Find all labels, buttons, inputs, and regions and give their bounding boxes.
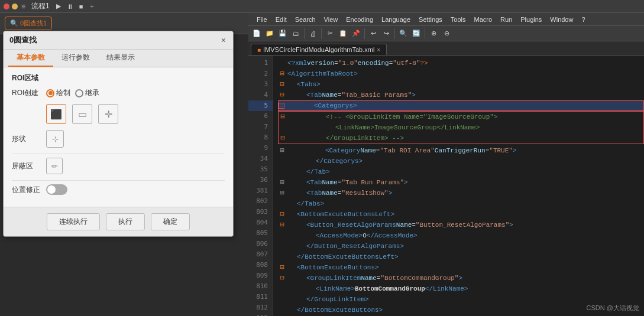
tool-save[interactable]: 💾 (277, 28, 289, 40)
left-panel: 🔍 0圆查找1 0圆查找 × 基本参数 运行参数 结果显示 ROI区域 ROI创… (0, 13, 248, 316)
btn-continuous[interactable]: 连续执行 (47, 213, 100, 230)
tab-close-btn[interactable]: × (377, 47, 380, 53)
radio-inherit[interactable]: 继承 (75, 88, 99, 98)
search-icon: 🔍 (10, 19, 18, 27)
top-toolbar: ≡ 流程1 ▶ ⏸ ■ ＋ (0, 0, 644, 13)
gutter-36: ⊞ (278, 177, 286, 188)
btn-execute[interactable]: 执行 (106, 213, 145, 230)
mask-row: 屏蔽区 ✏ (12, 158, 225, 174)
tool-save-all[interactable]: 🗂 (290, 28, 302, 40)
tab-result-display[interactable]: 结果显示 (98, 50, 143, 67)
line-num-8: 8 (248, 132, 273, 143)
dialog-footer: 连续执行 执行 确定 (4, 207, 233, 236)
tool-print[interactable]: 🖨 (307, 28, 319, 40)
menu-edit[interactable]: Edit (272, 15, 290, 24)
radio-inherit-circle[interactable] (75, 89, 83, 97)
line-num-806: 806 (248, 239, 273, 249)
shape-label: 形状 (12, 134, 41, 144)
right-panel: File Edit Search View Encoding Language … (248, 13, 644, 316)
roi-create-row: ROI创建 绘制 继承 (12, 88, 225, 98)
gutter-2: ⊟ (278, 69, 286, 79)
editor-toolbar: 📄 📁 💾 🗂 🖨 ✂ 📋 📌 ↩ ↪ 🔍 🔄 ⊕ ⊖ (248, 26, 644, 41)
mask-btn[interactable]: ✏ (46, 158, 63, 174)
line-num-34: 34 (248, 154, 273, 164)
code-area[interactable]: 1 2 3 4 5 6 7 8 9 34 35 36 381 802 803 8… (248, 56, 644, 316)
roi-create-radio-group: 绘制 继承 (46, 88, 99, 98)
tool-paste[interactable]: 📌 (350, 28, 362, 40)
radio-draw-circle[interactable] (46, 89, 54, 97)
search-node-btn[interactable]: 🔍 0圆查找1 (5, 17, 52, 30)
code-line-8: ⊟ </GroupLinkItem> --> (279, 133, 643, 144)
gutter-5: □ (279, 103, 284, 109)
dialog-tabs: 基本参数 运行参数 结果显示 (4, 50, 233, 67)
tab-basic-params[interactable]: 基本参数 (8, 50, 53, 67)
menu-run[interactable]: Run (497, 15, 516, 24)
divider-2 (12, 180, 225, 181)
menu-encoding[interactable]: Encoding (342, 15, 377, 24)
tool-open[interactable]: 📁 (264, 28, 276, 40)
shape-network-btn[interactable]: ⊹ (46, 130, 64, 148)
tool-zoom-in[interactable]: ⊕ (428, 28, 439, 40)
add-btn[interactable]: ＋ (87, 1, 97, 11)
position-toggle[interactable] (46, 184, 67, 195)
line-num-812: 812 (248, 302, 273, 313)
sep-3 (364, 28, 365, 39)
dialog-body: ROI区域 ROI创建 绘制 继承 ⬛ (4, 67, 233, 207)
tool-cut[interactable]: ✂ (324, 28, 336, 40)
menu-macro[interactable]: Macro (470, 15, 496, 24)
menu-help[interactable]: ? (578, 15, 588, 24)
tool-undo[interactable]: ↩ (367, 28, 379, 40)
code-line-7: <LinkName>ImageSourceGroup</LinkName> (279, 122, 643, 133)
radio-draw-label: 绘制 (56, 88, 70, 98)
tool-redo[interactable]: ↪ (380, 28, 392, 40)
line-num-5: 5 (248, 100, 273, 111)
code-lines: <?xml version="1.0" encoding="utf-8"?> ⊟… (273, 56, 644, 316)
line-num-807: 807 (248, 249, 273, 260)
shape-square-btn[interactable]: ▭ (72, 104, 92, 124)
tab-label: IMVSCircleFindModuAlgorithmTab.xml (263, 46, 374, 53)
watermark: CSDN @大话视觉 (587, 304, 639, 312)
code-line-810: <LinkName>BottomCommandGroup</LinkName> (278, 284, 644, 294)
radio-draw[interactable]: 绘制 (46, 88, 70, 98)
position-row: 位置修正 (12, 184, 225, 195)
code-line-6: ⊟ <!-- <GroupLinkItem Name="ImageSourceG… (279, 112, 643, 122)
code-line-2: ⊟ <AlgorithmTabRoot> (278, 69, 644, 79)
tool-find-replace[interactable]: 🔄 (410, 28, 422, 40)
gutter-3: ⊟ (278, 79, 286, 90)
code-line-806: </Button_ResetAlgoParams> (278, 241, 644, 252)
tool-zoom-out[interactable]: ⊖ (441, 28, 452, 40)
line-num-802: 802 (248, 196, 273, 207)
menu-file[interactable]: File (253, 15, 271, 24)
editor-tab[interactable]: ■ IMVSCircleFindModuAlgorithmTab.xml × (251, 44, 387, 55)
menu-view[interactable]: View (321, 15, 342, 24)
shape-row: 形状 ⊹ (12, 130, 225, 148)
play-btn[interactable]: ▶ (54, 2, 63, 11)
dialog-close-btn[interactable]: × (220, 35, 227, 45)
tool-copy[interactable]: 📋 (337, 28, 349, 40)
code-line-381: ⊞ <Tab Name="ResultShow"> (278, 188, 644, 198)
shape-rect-btn[interactable]: ⬛ (46, 104, 66, 124)
menu-window[interactable]: Window (546, 15, 577, 24)
menu-tools[interactable]: Tools (447, 15, 470, 24)
dialog-titlebar: 0圆查找 × (4, 31, 233, 50)
menu-search[interactable]: Search (292, 15, 319, 24)
gutter-381: ⊞ (278, 188, 286, 198)
menu-language[interactable]: Language (378, 15, 414, 24)
sep-1 (304, 28, 305, 39)
pause-btn[interactable]: ⏸ (65, 2, 75, 11)
shape-move-btn[interactable]: ✛ (98, 104, 118, 124)
btn-ok[interactable]: 确定 (151, 213, 190, 230)
gutter-808: ⊟ (278, 262, 286, 273)
roi-section-title: ROI区域 (12, 73, 225, 83)
menu-settings[interactable]: Settings (415, 15, 446, 24)
line-num-804: 804 (248, 217, 273, 228)
stop-btn[interactable]: ■ (77, 2, 85, 11)
tool-new[interactable]: 📄 (251, 28, 263, 40)
code-line-1: <?xml version="1.0" encoding="utf-8"?> (278, 58, 644, 69)
tool-find[interactable]: 🔍 (397, 28, 409, 40)
roi-create-label: ROI创建 (12, 88, 41, 98)
tab-run-params[interactable]: 运行参数 (53, 50, 98, 67)
code-line-809: ⊟ <GroupLinkItem Name="BottomCommandGrou… (278, 273, 644, 284)
menu-bar: File Edit Search View Encoding Language … (248, 13, 644, 26)
menu-plugins[interactable]: Plugins (517, 15, 545, 24)
